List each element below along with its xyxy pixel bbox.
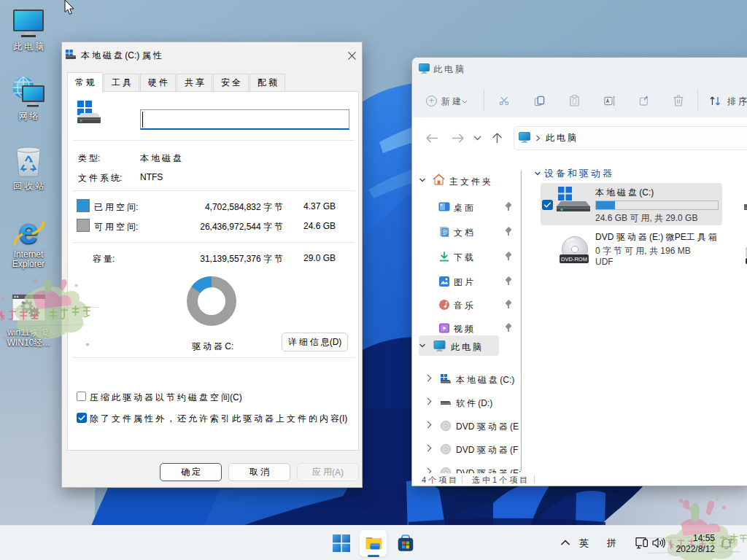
svg-text:DVD-ROM: DVD-ROM [561,256,587,262]
